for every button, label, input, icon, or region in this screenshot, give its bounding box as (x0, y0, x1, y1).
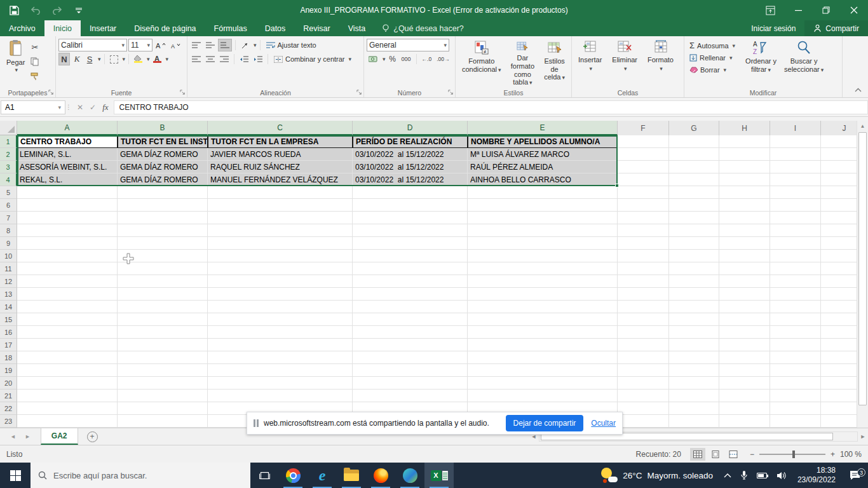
row-header-1[interactable]: 1 (0, 135, 17, 148)
zoom-out-icon[interactable]: − (750, 450, 754, 459)
cell-E20[interactable] (468, 377, 618, 390)
cell-D19[interactable] (353, 364, 468, 377)
cell-A16[interactable] (17, 326, 118, 339)
new-sheet-button[interactable]: + (87, 431, 98, 442)
cell-C8[interactable] (208, 224, 353, 237)
cell-H3[interactable] (719, 161, 770, 173)
underline-button[interactable]: S (84, 53, 95, 65)
cell-C18[interactable] (208, 351, 353, 364)
cell-H17[interactable] (719, 339, 770, 351)
row-header-9[interactable]: 9 (0, 237, 17, 250)
cell-C4[interactable]: MANUEL FERNÁNDEZ VELÁZQUEZ (208, 173, 353, 186)
column-header-A[interactable]: A (17, 121, 118, 135)
cell-H22[interactable] (719, 402, 770, 415)
cell-A18[interactable] (17, 351, 118, 364)
cell-G18[interactable] (669, 351, 719, 364)
cell-D13[interactable] (353, 288, 468, 301)
align-middle-icon[interactable] (204, 39, 217, 51)
font-size-combo[interactable]: 11▾ (128, 39, 153, 51)
close-button[interactable] (840, 0, 868, 20)
cell-I19[interactable] (770, 364, 821, 377)
cell-A15[interactable] (17, 313, 118, 326)
cell-F21[interactable] (618, 390, 669, 402)
cell-F22[interactable] (618, 402, 669, 415)
cell-D11[interactable] (353, 262, 468, 275)
cell-D14[interactable] (353, 301, 468, 313)
cell-E13[interactable] (468, 288, 618, 301)
save-icon[interactable] (8, 4, 20, 17)
ribbon-tab-archivo[interactable]: Archivo (0, 20, 44, 36)
column-header-G[interactable]: G (669, 121, 719, 135)
taskbar-app-chrome[interactable] (278, 463, 308, 488)
view-normal-icon[interactable] (690, 448, 705, 461)
row-header-11[interactable]: 11 (0, 262, 17, 275)
cell-I22[interactable] (770, 402, 821, 415)
cell-G14[interactable] (669, 301, 719, 313)
insert-function-icon[interactable]: fx (102, 102, 108, 112)
wrap-text-button[interactable]: Ajustar texto (264, 39, 319, 51)
collapse-ribbon-icon[interactable] (855, 86, 862, 93)
row-header-6[interactable]: 6 (0, 199, 17, 212)
row-header-12[interactable]: 12 (0, 275, 17, 288)
cell-B9[interactable] (118, 237, 208, 250)
cell-C9[interactable] (208, 237, 353, 250)
cell-G5[interactable] (669, 186, 719, 199)
microphone-icon[interactable] (736, 463, 752, 488)
row-header-4[interactable]: 4 (0, 173, 17, 186)
decrease-decimal-icon[interactable]: .00→ (435, 53, 451, 65)
cell-B7[interactable] (118, 212, 208, 224)
sheet-nav-right-icon[interactable]: ► (25, 433, 31, 440)
redo-icon[interactable] (51, 4, 64, 17)
cell-I2[interactable] (770, 148, 821, 161)
cell-C12[interactable] (208, 275, 353, 288)
zoom-level[interactable]: 100 % (840, 450, 862, 459)
cell-A14[interactable] (17, 301, 118, 313)
cell-D4[interactable]: 03/10/2022 al 15/12/2022 (353, 173, 468, 186)
cell-F20[interactable] (618, 377, 669, 390)
row-header-21[interactable]: 21 (0, 390, 17, 402)
cell-H10[interactable] (719, 250, 770, 262)
customize-qat-icon[interactable] (72, 4, 85, 17)
cell-D3[interactable]: 03/10/2022 al 15/12/2022 (353, 161, 468, 173)
cell-H6[interactable] (719, 199, 770, 212)
vertical-scrollbar-thumb[interactable] (858, 132, 867, 405)
cell-E11[interactable] (468, 262, 618, 275)
cell-B18[interactable] (118, 351, 208, 364)
cell-G17[interactable] (669, 339, 719, 351)
zoom-slider-thumb[interactable] (792, 451, 795, 458)
cell-D1[interactable]: PERÍDO DE REALIZACIÓN (353, 135, 468, 148)
cell-F5[interactable] (618, 186, 669, 199)
cell-A23[interactable] (17, 415, 118, 428)
shrink-font-icon[interactable]: A (169, 39, 182, 51)
cell-H12[interactable] (719, 275, 770, 288)
restore-button[interactable] (812, 0, 840, 20)
cell-H2[interactable] (719, 148, 770, 161)
cell-C15[interactable] (208, 313, 353, 326)
cell-D6[interactable] (353, 199, 468, 212)
name-box[interactable]: A1▾ (1, 100, 65, 114)
cell-G12[interactable] (669, 275, 719, 288)
cell-D21[interactable] (353, 390, 468, 402)
row-header-19[interactable]: 19 (0, 364, 17, 377)
cell-C2[interactable]: JAVIER MARCOS RUEDA (208, 148, 353, 161)
cell-D5[interactable] (353, 186, 468, 199)
grow-font-icon[interactable]: A (154, 39, 168, 51)
cell-E5[interactable] (468, 186, 618, 199)
column-header-F[interactable]: F (618, 121, 669, 135)
cell-D15[interactable] (353, 313, 468, 326)
action-center-button[interactable]: 3 (842, 470, 868, 480)
cell-B4[interactable]: GEMA DÍAZ ROMERO (118, 173, 208, 186)
taskbar-app-excel[interactable]: X (424, 463, 454, 488)
cell-E1[interactable]: NOMBRE Y APELLIDOS ALUMNO/A (468, 135, 618, 148)
scroll-right-icon[interactable]: ► (858, 433, 868, 440)
stop-sharing-button[interactable]: Dejar de compartir (506, 415, 584, 431)
cell-C5[interactable] (208, 186, 353, 199)
cell-E18[interactable] (468, 351, 618, 364)
zoom-slider[interactable] (759, 454, 825, 455)
cell-C13[interactable] (208, 288, 353, 301)
scroll-up-icon[interactable]: ▲ (857, 121, 868, 132)
cell-E17[interactable] (468, 339, 618, 351)
accounting-format-icon[interactable] (367, 53, 380, 65)
row-header-16[interactable]: 16 (0, 326, 17, 339)
view-page-break-icon[interactable] (726, 448, 741, 461)
